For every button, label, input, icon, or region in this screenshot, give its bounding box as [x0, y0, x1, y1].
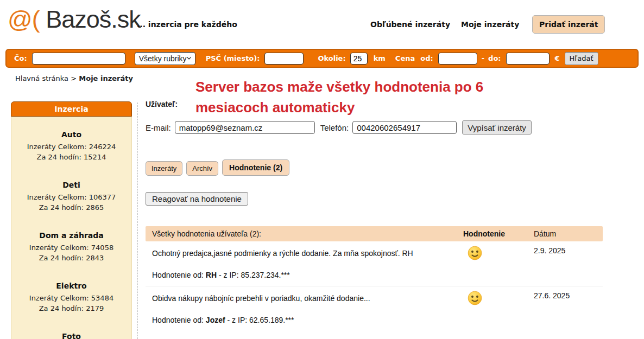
site-tagline: ... inzercia pre každého: [137, 20, 237, 29]
ratings-table: Všetky hodnotenia užívateľa (2): Hodnote…: [146, 226, 603, 331]
rating-row: Obidva nákupy nábojníc prebehli v poriad…: [146, 286, 603, 307]
last24-label: Za 24 hodín:: [39, 304, 84, 312]
category-link-elektro[interactable]: Elektro: [11, 282, 131, 291]
last24-label: Za 24 hodín:: [39, 254, 84, 262]
breadcrumb-home-link[interactable]: Hlavná stránka: [15, 74, 68, 82]
search-radius-label: Okolie:: [318, 54, 345, 62]
category-link-dom-a-zahrada[interactable]: Dom a záhrada: [11, 231, 131, 240]
rating-author-ip: - z IP: 62.65.189.***: [225, 316, 294, 324]
search-zip-input[interactable]: [264, 53, 304, 65]
phone-label: Telefón:: [320, 123, 349, 132]
last24-value: 2843: [86, 254, 104, 262]
rating-author-line: Hodnotenie od: RH - z IP: 85.237.234.***: [146, 262, 603, 286]
rating-from-label: Hodnotenie od:: [152, 271, 204, 279]
rating-date: 27.6. 2025: [534, 291, 596, 300]
search-price-label: Cena: [395, 54, 415, 62]
breadcrumb: Hlavná stránka > Moje inzeráty: [15, 74, 133, 82]
total-value: 246224: [89, 143, 116, 151]
annotation-line-2: mesiacoch automaticky: [195, 97, 483, 118]
total-value: 106377: [89, 193, 116, 201]
email-label: E-mail:: [146, 123, 171, 132]
tab-inzeraty[interactable]: Inzeráty: [146, 161, 182, 176]
rating-row: Ochotný predajca,jasné podmienky a rýchl…: [146, 241, 603, 262]
sidebar-title: Inzercia: [11, 101, 132, 117]
sidebar-category-dom-a-zahrada: Dom a záhrada Inzeráty Celkom: 74058 Za …: [11, 231, 131, 263]
rating-author-line: Hodnotenie od: Jozef - z IP: 62.65.189.*…: [146, 307, 603, 331]
date-column-header: Dátum: [534, 229, 596, 238]
search-submit-button[interactable]: Hľadať: [565, 52, 598, 65]
nav-my-ads-link[interactable]: Moje inzeráty: [461, 20, 519, 29]
tab-hodnotenie[interactable]: Hodnotenie (2): [222, 159, 289, 176]
search-bar: Čo: Všetky rubriky PSČ (miesto): Okolie:…: [5, 49, 639, 68]
user-label: Užívateľ:: [146, 100, 178, 108]
search-price-from-input[interactable]: [438, 53, 477, 65]
sidebar-content-divider: [137, 103, 138, 339]
last24-label: Za 24 hodín:: [37, 153, 81, 161]
tab-bar: Inzeráty Archív Hodnotenie (2): [146, 159, 289, 176]
sidebar-category-elektro: Elektro Inzeráty Celkom: 53484 Za 24 hod…: [11, 282, 131, 314]
rating-column-header: Hodnotenie: [463, 229, 534, 238]
sidebar-category-auto: Auto Inzeráty Celkom: 246224 Za 24 hodín…: [11, 130, 131, 162]
last24-value: 2179: [86, 304, 104, 312]
rating-message: Ochotný predajca,jasné podmienky a rýchl…: [152, 249, 463, 258]
logo-text: Bazoš.sk: [46, 5, 141, 33]
tab-archiv[interactable]: Archív: [186, 161, 218, 176]
add-ad-button[interactable]: Pridať inzerát: [532, 15, 605, 34]
total-label: Inzeráty Celkom:: [27, 193, 87, 201]
category-link-foto[interactable]: Foto: [11, 332, 131, 339]
search-price-to-input[interactable]: [506, 53, 550, 65]
search-zip-label: PSČ (miesto):: [206, 54, 260, 62]
annotation-text: Server bazos maže všetky hodnotenia po 6…: [195, 76, 483, 118]
search-price-dash: -: [482, 54, 484, 62]
sidebar-category-deti: Deti Inzeráty Celkom: 106377 Za 24 hodín…: [11, 181, 131, 213]
smiley-positive-icon: [468, 246, 482, 260]
rating-date: 2.9. 2025: [534, 246, 596, 255]
sidebar-inzercia: Inzercia Auto Inzeráty Celkom: 246224 Za…: [11, 101, 132, 339]
rating-author-name: Jozef: [206, 316, 225, 324]
list-ads-button[interactable]: Vypísať inzeráty: [462, 120, 532, 135]
rating-message: Obidva nákupy nábojníc prebehli v poriad…: [152, 294, 463, 303]
category-link-auto[interactable]: Auto: [11, 130, 131, 139]
email-field[interactable]: [175, 121, 315, 134]
search-radius-input[interactable]: [350, 53, 368, 65]
rating-author-name: RH: [206, 271, 217, 279]
breadcrumb-separator: >: [71, 74, 77, 82]
annotation-line-1: Server bazos maže všetky hodnotenia po 6: [195, 76, 483, 97]
last24-value: 15214: [84, 153, 106, 161]
category-link-deti[interactable]: Deti: [11, 181, 131, 190]
category-selected-value: Všetky rubriky: [139, 54, 187, 63]
user-contact-row: E-mail: Telefón: Vypísať inzeráty: [146, 120, 532, 135]
currency-symbol: €: [555, 54, 560, 62]
sidebar-body: Auto Inzeráty Celkom: 246224 Za 24 hodín…: [11, 117, 132, 339]
rating-author-ip: - z IP: 85.237.234.***: [217, 271, 290, 279]
site-logo[interactable]: @( Bazoš.sk: [8, 5, 141, 34]
breadcrumb-current: Moje inzeráty: [79, 74, 133, 82]
ratings-header-row: Všetky hodnotenia užívateľa (2): Hodnote…: [146, 226, 603, 241]
smiley-positive-icon: [468, 291, 482, 305]
last24-label: Za 24 hodín:: [39, 203, 84, 212]
total-value: 74058: [91, 244, 113, 252]
nav-favorite-ads-link[interactable]: Obľúbené inzeráty: [370, 20, 450, 29]
total-value: 53484: [91, 294, 113, 302]
category-select[interactable]: Všetky rubriky: [135, 52, 195, 65]
total-label: Inzeráty Celkom:: [27, 143, 87, 151]
ratings-title: Všetky hodnotenia užívateľa (2):: [152, 229, 463, 238]
last24-value: 2865: [86, 203, 104, 212]
rating-from-label: Hodnotenie od:: [152, 316, 204, 324]
search-what-label: Čo:: [14, 54, 27, 62]
chevron-down-icon: [187, 56, 191, 60]
total-label: Inzeráty Celkom:: [29, 244, 89, 252]
search-price-from-label: od:: [420, 54, 433, 62]
total-label: Inzeráty Celkom:: [29, 294, 89, 302]
logo-at-icon: @(: [8, 5, 40, 33]
respond-to-rating-button[interactable]: Reagovať na hodnotenie: [146, 192, 248, 206]
search-radius-unit: km: [374, 54, 386, 62]
search-what-input[interactable]: [32, 53, 125, 65]
phone-field[interactable]: [352, 121, 457, 134]
sidebar-category-foto: Foto: [11, 332, 131, 339]
search-price-to-label: do:: [488, 54, 501, 62]
